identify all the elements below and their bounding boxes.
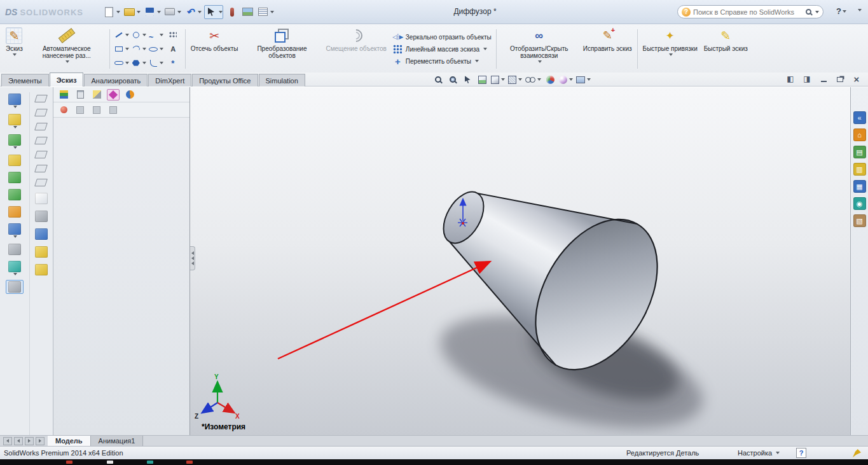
sketch-button[interactable]: Эскиз — [3, 26, 26, 72]
previous-view-button[interactable] — [462, 74, 473, 85]
annotations-button[interactable] — [74, 104, 86, 116]
view-orientation-button[interactable] — [491, 74, 505, 85]
notebook-button[interactable] — [32, 191, 50, 205]
tab-sketch[interactable]: Эскиз — [50, 73, 84, 87]
new-document-button[interactable] — [102, 5, 120, 19]
history-button[interactable] — [107, 104, 120, 116]
restore-button[interactable] — [835, 74, 845, 84]
text-tool-button[interactable] — [165, 42, 182, 56]
property-manager-tab[interactable] — [74, 89, 86, 101]
prev-tab-button[interactable] — [14, 437, 23, 445]
convert-entities-button[interactable]: Преобразование объектов — [241, 26, 322, 72]
display-relations-button[interactable]: Отобразить/Скрыть взаимосвязи — [499, 26, 580, 72]
active-sketch-tool[interactable] — [6, 280, 24, 294]
plane-button[interactable] — [33, 94, 49, 104]
graphics-viewport[interactable]: Y X Z *Изометрия — [190, 87, 850, 435]
revolve-tool[interactable] — [6, 153, 24, 167]
display-manager-tab[interactable] — [123, 89, 136, 101]
circle-tool-button[interactable] — [130, 28, 148, 42]
feature-tree-area[interactable] — [53, 118, 189, 435]
help-menu[interactable]: ? — [836, 6, 846, 16]
repair-sketch-button[interactable]: Исправить эскиз — [580, 26, 635, 72]
plane-button[interactable] — [33, 108, 49, 118]
file-explorer-icon[interactable] — [853, 163, 866, 176]
auto-dimension-button[interactable]: Автоматическое нанесение раз... — [26, 26, 107, 72]
select-button[interactable] — [204, 5, 223, 19]
design-library-icon[interactable] — [853, 146, 866, 158]
undo-button[interactable] — [184, 5, 202, 19]
sensor-button[interactable] — [57, 104, 70, 116]
spline-tools-flyout[interactable] — [6, 260, 24, 277]
tab-evaluate[interactable]: Анализировать — [84, 74, 148, 87]
grid-tool-button[interactable] — [165, 28, 182, 42]
help-search-input[interactable] — [693, 8, 803, 16]
color-swatch-button[interactable] — [226, 5, 238, 19]
zoom-area-button[interactable] — [447, 74, 458, 85]
view-palette-icon[interactable] — [853, 180, 866, 193]
exchange-button[interactable] — [32, 227, 50, 241]
pane-left-icon[interactable] — [785, 74, 796, 84]
taskbar-app-icon[interactable] — [147, 461, 153, 464]
save-button[interactable] — [143, 5, 161, 19]
rapid-sketch-button[interactable]: Быстрый эскиз — [701, 26, 751, 72]
material-button[interactable] — [90, 104, 103, 116]
ellipse-tool-button[interactable] — [148, 42, 165, 56]
search-icon[interactable] — [806, 9, 811, 15]
dimxpert-manager-tab[interactable] — [107, 89, 120, 101]
reference-tool[interactable] — [6, 242, 24, 256]
hide-show-items-button[interactable] — [525, 74, 541, 85]
fillet-tool-button[interactable] — [148, 56, 165, 70]
sheet-button[interactable] — [32, 245, 50, 259]
custom-properties-icon[interactable] — [853, 214, 866, 227]
trim-entities-button[interactable]: Отсечь объекты — [188, 26, 242, 72]
line-tool-button[interactable] — [113, 28, 130, 42]
display-style-button[interactable] — [508, 74, 522, 85]
feature-tree-tab[interactable] — [57, 89, 70, 101]
plane-button[interactable] — [33, 177, 49, 188]
rectangle-tool-button[interactable] — [113, 42, 130, 56]
image-button[interactable] — [241, 5, 254, 19]
plane-button[interactable] — [33, 135, 49, 146]
help-icon[interactable] — [796, 448, 806, 458]
arc-tool-button[interactable] — [130, 42, 148, 56]
plane-button[interactable] — [33, 149, 49, 160]
pane-right-icon[interactable] — [802, 74, 812, 84]
sheet-button[interactable] — [32, 263, 50, 277]
minimize-button[interactable] — [818, 74, 829, 84]
quick-snaps-button[interactable]: Быстрые привязки — [640, 26, 701, 72]
offset-entities-button[interactable]: Смещение объектов — [322, 26, 389, 72]
home-icon[interactable] — [853, 128, 866, 141]
view-settings-button[interactable] — [576, 74, 591, 85]
spline-tool-button[interactable] — [148, 28, 165, 42]
print-button[interactable] — [163, 5, 181, 19]
measure-button[interactable] — [32, 209, 50, 223]
tab-simulation[interactable]: Simulation — [259, 74, 305, 87]
pattern-flyout[interactable] — [6, 222, 24, 239]
resources-icon[interactable] — [853, 111, 866, 124]
linear-sketch-pattern-button[interactable]: Линейный массив эскиза — [392, 45, 492, 54]
slot-tool-button[interactable] — [113, 56, 130, 70]
zoom-fit-button[interactable] — [432, 74, 444, 85]
animation-tab[interactable]: Анимация1 — [91, 436, 144, 446]
polygon-tool-button[interactable] — [130, 56, 148, 70]
settings-control[interactable]: Настройка — [738, 449, 780, 457]
chevron-down-icon[interactable] — [815, 11, 819, 13]
extrude-tools-flyout[interactable] — [6, 133, 24, 150]
open-document-button[interactable] — [123, 5, 141, 19]
point-tool-button[interactable] — [165, 56, 182, 70]
cut-tool[interactable] — [6, 188, 24, 202]
next-tab-button[interactable] — [25, 437, 34, 445]
taskbar-app-icon[interactable] — [66, 461, 72, 464]
panel-collapse-handle[interactable] — [190, 246, 195, 270]
plane-button[interactable] — [33, 163, 49, 174]
appearances-icon[interactable] — [853, 197, 866, 210]
plane-button[interactable] — [33, 121, 49, 132]
tab-features[interactable]: Элементы — [1, 74, 49, 87]
taskbar-app-icon[interactable] — [186, 461, 193, 464]
edit-appearance-button[interactable] — [544, 74, 556, 85]
move-entities-button[interactable]: Переместить объекты — [392, 57, 492, 66]
dimension-tools-flyout[interactable] — [6, 113, 24, 130]
section-view-button[interactable] — [476, 74, 488, 85]
last-tab-button[interactable] — [36, 437, 45, 445]
fillet-tool[interactable] — [6, 205, 24, 219]
